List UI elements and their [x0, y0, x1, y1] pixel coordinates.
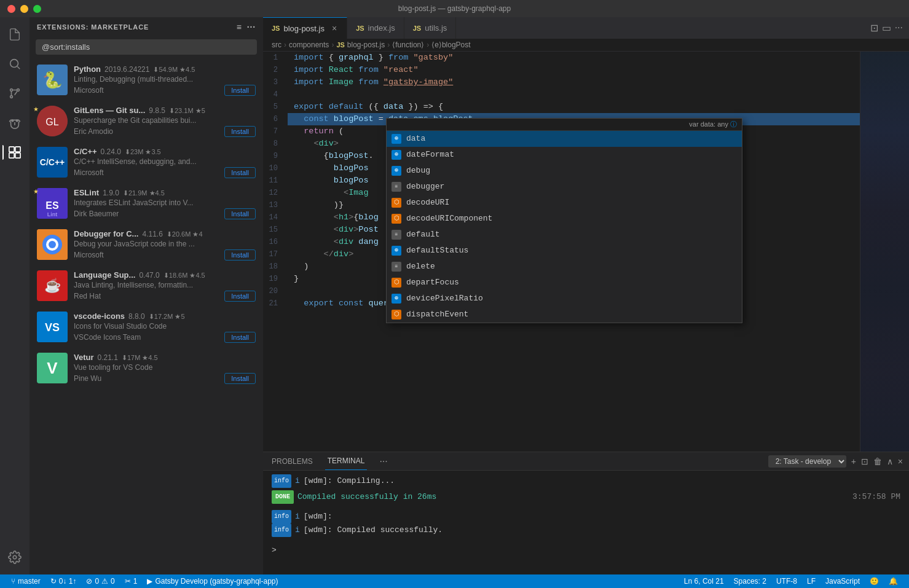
- lang-install-button[interactable]: Install: [224, 291, 256, 302]
- tab-utils[interactable]: JS utils.js: [404, 17, 457, 39]
- panel-actions: 2: Task - develop + ⊡ 🗑 ∧ ×: [768, 455, 903, 468]
- editor-code[interactable]: 1 import { graphql } from "gatsby" 2 imp…: [263, 52, 860, 452]
- gitlens-desc: Supercharge the Git capabilities bui...: [74, 116, 256, 125]
- status-task[interactable]: ✂ 1: [120, 574, 143, 588]
- eslint-version: 1.9.0: [103, 189, 119, 197]
- ac-label-debug: debug: [406, 164, 430, 178]
- status-eol[interactable]: LF: [802, 577, 820, 586]
- sidebar-header-actions: ≡ ···: [237, 22, 256, 32]
- info-badge-1: info: [272, 474, 291, 488]
- breadcrumb-function[interactable]: ⟨function⟩: [392, 41, 424, 49]
- search-input[interactable]: [36, 39, 257, 55]
- vscode-icons-version: 8.8.0: [128, 312, 145, 321]
- status-branch[interactable]: ⑂ master: [6, 574, 45, 588]
- chevron-up-icon[interactable]: ∧: [887, 457, 893, 466]
- activity-git-icon[interactable]: [2, 81, 27, 106]
- terminal-line-3: info i [wdm]:: [272, 510, 900, 523]
- status-sync[interactable]: ↻ 0↓ 1↑: [45, 574, 82, 588]
- ac-icon-debug: ⊛: [392, 166, 401, 176]
- ac-item-devicepixelratio[interactable]: ⊛ devicePixelRatio: [387, 291, 742, 307]
- gitlens-install-button[interactable]: Install: [224, 126, 256, 137]
- branch-name: master: [18, 577, 41, 586]
- status-position[interactable]: Ln 6, Col 21: [679, 577, 729, 586]
- breadcrumb-blogpost[interactable]: ⟨e⟩blogPost: [431, 41, 470, 49]
- breadcrumb-components[interactable]: components: [289, 41, 329, 49]
- done-badge: DONE: [272, 490, 294, 504]
- tab-index[interactable]: JS index.js: [347, 17, 404, 39]
- vscode-icons-author: VSCode Icons Team: [74, 333, 141, 342]
- breadcrumb-file[interactable]: blog-post.js: [347, 41, 385, 49]
- ac-item-decodeuri[interactable]: ⬡ decodeURI: [387, 195, 742, 211]
- status-run[interactable]: ▶ Gatsby Develop (gatsby-graphql-app): [142, 574, 283, 588]
- activity-files-icon[interactable]: [2, 22, 27, 47]
- ac-item-defaultstatus[interactable]: ⊛ defaultStatus: [387, 243, 742, 259]
- autocomplete-dropdown[interactable]: var data: any ⓘ ⊛ data ⊛ dateFormat ⊛: [386, 118, 742, 323]
- ac-item-departfocus[interactable]: ⬡ departFocus: [387, 275, 742, 291]
- tab-terminal[interactable]: TERMINAL: [325, 452, 368, 470]
- terminal-timestamp: 3:57:58 PM: [852, 491, 900, 503]
- ac-item-data[interactable]: ⊛ data: [387, 131, 742, 147]
- extension-item-cpp[interactable]: C/C++ C/C++ 0.24.0 ⬇23M ★3.5 C/C++ Intel…: [30, 142, 263, 183]
- vetur-desc: Vue tooling for VS Code: [74, 363, 256, 372]
- terminal-selector[interactable]: 2: Task - develop: [768, 455, 846, 468]
- activity-extensions-icon[interactable]: [2, 140, 27, 165]
- more-icon[interactable]: ···: [247, 22, 256, 32]
- vscode-icons-install-button[interactable]: Install: [224, 332, 256, 343]
- extension-item-gitlens[interactable]: ★ GitLens — Git su... 9.8.5 ⬇23.1M ★5 Su…: [30, 101, 263, 142]
- status-spaces[interactable]: Spaces: 2: [729, 577, 771, 586]
- status-right: Ln 6, Col 21 Spaces: 2 UTF-8 LF JavaScri…: [679, 577, 903, 586]
- tab-problems[interactable]: PROBLEMS: [269, 452, 315, 470]
- eslint-install-button[interactable]: Install: [224, 208, 256, 219]
- delete-terminal-icon[interactable]: 🗑: [873, 457, 882, 466]
- debugger-install-button[interactable]: Install: [224, 249, 256, 261]
- toggle-sidebar-icon[interactable]: ▭: [882, 22, 891, 34]
- split-editor-icon[interactable]: ⊡: [870, 22, 878, 34]
- ac-item-decodeuricomponent[interactable]: ⬡ decodeURIComponent: [387, 211, 742, 227]
- breadcrumb-src[interactable]: src: [272, 41, 281, 49]
- status-smiley[interactable]: 🙂: [865, 577, 884, 586]
- activity-debug-icon[interactable]: [2, 111, 27, 135]
- ac-item-delete[interactable]: ≡ delete: [387, 259, 742, 275]
- ac-item-debugger[interactable]: ≡ debugger: [387, 179, 742, 195]
- ac-label-dispatchevent: dispatchEvent: [406, 308, 468, 321]
- activity-settings-icon[interactable]: [2, 545, 27, 570]
- ac-item-dateformat[interactable]: ⊛ dateFormat: [387, 147, 742, 163]
- tab-more[interactable]: ···: [377, 452, 390, 470]
- extension-item-lang[interactable]: ☕ Language Sup... 0.47.0 ⬇18.6M ★4.5 Jav…: [30, 265, 263, 307]
- eslint-icon: ES Lint: [37, 188, 68, 219]
- editor-content: 1 import { graphql } from "gatsby" 2 imp…: [263, 52, 909, 452]
- vetur-install-button[interactable]: Install: [224, 373, 256, 384]
- close-button[interactable]: [7, 5, 15, 13]
- status-notifications[interactable]: 🔔: [884, 577, 903, 586]
- python-install-button[interactable]: Install: [224, 85, 256, 96]
- tab-utils-js-icon: JS: [413, 25, 421, 32]
- cpp-install-button[interactable]: Install: [224, 167, 256, 178]
- extension-item-vetur[interactable]: V Vetur 0.21.1 ⬇17M ★4.5 Vue tooling for…: [30, 348, 263, 389]
- ac-item-default[interactable]: ≡ default: [387, 227, 742, 243]
- activity-search-icon[interactable]: [2, 52, 27, 76]
- more-actions-icon[interactable]: ···: [895, 22, 903, 34]
- extension-item-python[interactable]: 🐍 Python 2019.6.24221 ⬇54.9M ★4.5 Lintin…: [30, 60, 263, 101]
- maximize-button[interactable]: [33, 5, 41, 13]
- split-terminal-icon[interactable]: ⊡: [861, 457, 868, 466]
- ac-item-dispatchevent[interactable]: ⬡ dispatchEvent: [387, 307, 742, 323]
- filter-icon[interactable]: ≡: [237, 22, 242, 32]
- tab-blog-post-close[interactable]: ×: [331, 23, 338, 33]
- gitlens-star: ★: [33, 106, 39, 112]
- ac-label-departfocus: departFocus: [406, 276, 459, 289]
- close-panel-icon[interactable]: ×: [898, 457, 903, 466]
- minimize-button[interactable]: [20, 5, 28, 13]
- status-errors[interactable]: ⊘ 0 ⚠ 0: [81, 574, 119, 588]
- warning-icon: ⚠: [101, 577, 108, 586]
- terminal-text-4: [wdm]: Compiled successfully.: [304, 524, 443, 536]
- tab-blog-post[interactable]: JS blog-post.js ×: [263, 17, 347, 39]
- extension-item-vscode-icons[interactable]: VS vscode-icons 8.8.0 ⬇17.2M ★5 Icons fo…: [30, 307, 263, 348]
- status-language[interactable]: JavaScript: [820, 577, 865, 586]
- extension-item-debugger[interactable]: Debugger for C... 4.11.6 ⬇20.6M ★4 Debug…: [30, 224, 263, 265]
- add-terminal-icon[interactable]: +: [851, 457, 856, 466]
- extension-item-eslint[interactable]: ★ ES Lint ESLint 1.9.0 ⬇21.9M ★4.5: [30, 183, 263, 224]
- branch-icon: ⑂: [11, 577, 15, 586]
- ac-item-debug[interactable]: ⊛ debug: [387, 163, 742, 179]
- python-desc: Linting, Debugging (multi-threaded...: [74, 75, 256, 84]
- status-encoding[interactable]: UTF-8: [771, 577, 802, 586]
